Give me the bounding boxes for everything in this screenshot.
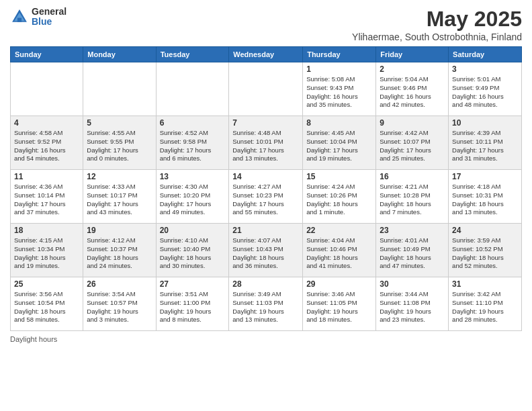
logo: General Blue xyxy=(10,7,66,28)
calendar-day: 15Sunrise: 4:24 AM Sunset: 10:26 PM Dayl… xyxy=(303,170,376,224)
calendar-day: 25Sunrise: 3:56 AM Sunset: 10:54 PM Dayl… xyxy=(11,277,83,331)
calendar-day: 26Sunrise: 3:54 AM Sunset: 10:57 PM Dayl… xyxy=(83,277,156,331)
svg-rect-2 xyxy=(17,18,21,22)
day-info: Sunrise: 3:44 AM Sunset: 11:08 PM Daylig… xyxy=(380,290,445,324)
day-number: 30 xyxy=(380,279,445,289)
day-info: Sunrise: 3:54 AM Sunset: 10:57 PM Daylig… xyxy=(87,290,152,324)
day-info: Sunrise: 3:51 AM Sunset: 11:00 PM Daylig… xyxy=(160,290,226,324)
day-info: Sunrise: 5:01 AM Sunset: 9:49 PM Dayligh… xyxy=(452,75,518,109)
day-number: 23 xyxy=(380,226,445,235)
header-monday: Monday xyxy=(83,47,156,62)
calendar-day: 31Sunrise: 3:42 AM Sunset: 11:10 PM Dayl… xyxy=(449,277,522,331)
calendar-day: 13Sunrise: 4:30 AM Sunset: 10:20 PM Dayl… xyxy=(156,170,229,224)
calendar-week-5: 25Sunrise: 3:56 AM Sunset: 10:54 PM Dayl… xyxy=(11,277,522,331)
day-number: 9 xyxy=(380,118,445,128)
logo-text: General Blue xyxy=(32,7,66,28)
calendar-day: 6Sunrise: 4:52 AM Sunset: 9:58 PM Daylig… xyxy=(156,116,229,170)
day-info: Sunrise: 4:58 AM Sunset: 9:52 PM Dayligh… xyxy=(14,129,79,163)
header-tuesday: Tuesday xyxy=(156,47,229,62)
calendar-week-4: 18Sunrise: 4:15 AM Sunset: 10:34 PM Dayl… xyxy=(11,224,522,277)
day-number: 31 xyxy=(452,279,518,289)
day-info: Sunrise: 4:30 AM Sunset: 10:20 PM Daylig… xyxy=(160,183,226,217)
calendar-day: 11Sunrise: 4:36 AM Sunset: 10:14 PM Dayl… xyxy=(11,170,83,224)
day-number: 1 xyxy=(306,64,372,74)
day-info: Sunrise: 3:42 AM Sunset: 11:10 PM Daylig… xyxy=(452,290,518,324)
calendar-week-2: 4Sunrise: 4:58 AM Sunset: 9:52 PM Daylig… xyxy=(11,116,522,170)
calendar-day: 2Sunrise: 5:04 AM Sunset: 9:46 PM Daylig… xyxy=(376,62,449,116)
calendar-day: 24Sunrise: 3:59 AM Sunset: 10:52 PM Dayl… xyxy=(449,224,522,277)
header: General Blue May 2025 Ylihaermae, South … xyxy=(10,7,522,42)
calendar-day: 20Sunrise: 4:10 AM Sunset: 10:40 PM Dayl… xyxy=(156,224,229,277)
day-info: Sunrise: 5:04 AM Sunset: 9:46 PM Dayligh… xyxy=(380,75,445,109)
day-number: 29 xyxy=(306,279,372,289)
page: General Blue May 2025 Ylihaermae, South … xyxy=(0,0,532,411)
logo-blue-text: Blue xyxy=(32,17,66,27)
day-info: Sunrise: 4:55 AM Sunset: 9:55 PM Dayligh… xyxy=(87,129,152,163)
day-info: Sunrise: 4:52 AM Sunset: 9:58 PM Dayligh… xyxy=(160,129,226,163)
header-thursday: Thursday xyxy=(303,47,376,62)
day-info: Sunrise: 4:42 AM Sunset: 10:07 PM Daylig… xyxy=(380,129,445,163)
day-info: Sunrise: 4:10 AM Sunset: 10:40 PM Daylig… xyxy=(160,236,226,271)
day-number: 6 xyxy=(160,118,226,128)
day-info: Sunrise: 4:18 AM Sunset: 10:31 PM Daylig… xyxy=(452,183,518,217)
calendar-day: 19Sunrise: 4:12 AM Sunset: 10:37 PM Dayl… xyxy=(83,224,156,277)
header-saturday: Saturday xyxy=(449,47,522,62)
day-info: Sunrise: 4:24 AM Sunset: 10:26 PM Daylig… xyxy=(306,183,372,217)
calendar-day: 5Sunrise: 4:55 AM Sunset: 9:55 PM Daylig… xyxy=(83,116,156,170)
day-number: 17 xyxy=(452,172,518,181)
day-info: Sunrise: 4:39 AM Sunset: 10:11 PM Daylig… xyxy=(452,129,518,163)
day-number: 11 xyxy=(14,172,79,181)
day-info: Sunrise: 4:12 AM Sunset: 10:37 PM Daylig… xyxy=(87,236,152,271)
day-number: 5 xyxy=(87,118,152,128)
header-row: Sunday Monday Tuesday Wednesday Thursday… xyxy=(11,47,522,62)
calendar-day: 3Sunrise: 5:01 AM Sunset: 9:49 PM Daylig… xyxy=(449,62,522,116)
calendar-day xyxy=(11,62,83,116)
day-info: Sunrise: 3:46 AM Sunset: 11:05 PM Daylig… xyxy=(306,290,372,324)
calendar-day: 12Sunrise: 4:33 AM Sunset: 10:17 PM Dayl… xyxy=(83,170,156,224)
calendar-day xyxy=(83,62,156,116)
logo-icon xyxy=(10,7,29,26)
day-number: 12 xyxy=(87,172,152,181)
day-number: 21 xyxy=(232,226,299,235)
calendar-day: 8Sunrise: 4:45 AM Sunset: 10:04 PM Dayli… xyxy=(303,116,376,170)
calendar-day: 30Sunrise: 3:44 AM Sunset: 11:08 PM Dayl… xyxy=(376,277,449,331)
day-number: 7 xyxy=(232,118,299,128)
calendar-day: 9Sunrise: 4:42 AM Sunset: 10:07 PM Dayli… xyxy=(376,116,449,170)
day-info: Sunrise: 4:01 AM Sunset: 10:49 PM Daylig… xyxy=(380,236,445,271)
day-number: 20 xyxy=(160,226,226,235)
daylight-label: Daylight hours xyxy=(10,335,522,343)
day-info: Sunrise: 4:04 AM Sunset: 10:46 PM Daylig… xyxy=(306,236,372,271)
calendar-day: 21Sunrise: 4:07 AM Sunset: 10:43 PM Dayl… xyxy=(229,224,303,277)
day-number: 18 xyxy=(14,226,79,235)
day-number: 3 xyxy=(452,64,518,74)
calendar-day: 17Sunrise: 4:18 AM Sunset: 10:31 PM Dayl… xyxy=(449,170,522,224)
day-number: 27 xyxy=(160,279,226,289)
day-info: Sunrise: 4:15 AM Sunset: 10:34 PM Daylig… xyxy=(14,236,79,271)
day-info: Sunrise: 3:56 AM Sunset: 10:54 PM Daylig… xyxy=(14,290,79,324)
day-number: 19 xyxy=(87,226,152,235)
calendar-day: 10Sunrise: 4:39 AM Sunset: 10:11 PM Dayl… xyxy=(449,116,522,170)
calendar-day: 27Sunrise: 3:51 AM Sunset: 11:00 PM Dayl… xyxy=(156,277,229,331)
day-number: 2 xyxy=(380,64,445,74)
day-info: Sunrise: 4:21 AM Sunset: 10:28 PM Daylig… xyxy=(380,183,445,217)
calendar-day: 18Sunrise: 4:15 AM Sunset: 10:34 PM Dayl… xyxy=(11,224,83,277)
day-number: 22 xyxy=(306,226,372,235)
day-number: 4 xyxy=(14,118,79,128)
month-title: May 2025 xyxy=(352,7,522,32)
calendar-table: Sunday Monday Tuesday Wednesday Thursday… xyxy=(10,46,522,331)
day-info: Sunrise: 4:07 AM Sunset: 10:43 PM Daylig… xyxy=(232,236,299,271)
day-number: 13 xyxy=(160,172,226,181)
calendar-day: 7Sunrise: 4:48 AM Sunset: 10:01 PM Dayli… xyxy=(229,116,303,170)
day-number: 24 xyxy=(452,226,518,235)
header-wednesday: Wednesday xyxy=(229,47,303,62)
title-block: May 2025 Ylihaermae, South Ostrobothnia,… xyxy=(352,7,522,42)
day-number: 25 xyxy=(14,279,79,289)
calendar-day xyxy=(229,62,303,116)
day-info: Sunrise: 3:49 AM Sunset: 11:03 PM Daylig… xyxy=(232,290,299,324)
day-number: 10 xyxy=(452,118,518,128)
calendar-day: 14Sunrise: 4:27 AM Sunset: 10:23 PM Dayl… xyxy=(229,170,303,224)
day-info: Sunrise: 4:33 AM Sunset: 10:17 PM Daylig… xyxy=(87,183,152,217)
calendar-day: 1Sunrise: 5:08 AM Sunset: 9:43 PM Daylig… xyxy=(303,62,376,116)
header-friday: Friday xyxy=(376,47,449,62)
day-number: 8 xyxy=(306,118,372,128)
